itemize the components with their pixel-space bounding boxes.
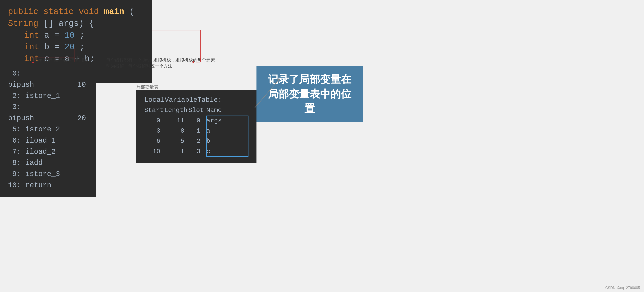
- keyword-void: void: [79, 7, 99, 17]
- red-box-text: 记录了局部变量在局部变量表中的位置: [264, 72, 355, 116]
- bytecode-line-0: 0: bipush 10: [8, 68, 88, 90]
- col-header-name: Name: [204, 107, 224, 114]
- lvt-row-0: 0 11 0 args: [144, 116, 248, 126]
- lvt-row-1: 3 8 1 a: [144, 126, 248, 136]
- lvt-title: LocalVariableTable:: [144, 96, 248, 104]
- col-header-slot: Slot: [188, 107, 204, 114]
- bytecode-line-2: 2: istore_1: [8, 90, 88, 102]
- bytecode-block: 0: bipush 10 2: istore_1 3: bipush 20 5:…: [0, 62, 96, 197]
- code-line-3: int b = 20 ;: [8, 41, 144, 53]
- keyword-int-1: int: [24, 31, 39, 40]
- red-box: 记录了局部变量在局部变量表中的位置: [256, 66, 363, 122]
- bytecode-annotation-label: Java 代码 编译成字节码指令: [33, 57, 89, 63]
- method-main: main: [104, 7, 124, 17]
- code-line-1: public static void main ( String [] args…: [8, 6, 144, 30]
- lvt-header: Start Length Slot Name: [144, 107, 248, 114]
- bytecode-line-10: 10: return: [8, 180, 88, 191]
- keyword-int-2: int: [24, 42, 39, 52]
- keyword-static: static: [43, 7, 74, 17]
- number-20: 20: [64, 42, 74, 52]
- bytecode-line-6: 6: iload_1: [8, 135, 88, 146]
- keyword-public: public: [8, 7, 38, 17]
- bytecode-line-8: 8: iadd: [8, 157, 88, 169]
- code-line-2: int a = 10 ;: [8, 30, 144, 41]
- bytecode-line-7: 7: iload_2: [8, 146, 88, 158]
- lvt-block: LocalVariableTable: Start Length Slot Na…: [136, 90, 256, 163]
- lvt-row-2: 6 5 2 b: [144, 136, 248, 146]
- keyword-string: String: [8, 19, 38, 28]
- number-10: 10: [64, 31, 74, 40]
- lvt-row-3: 10 1 3 c: [144, 146, 248, 157]
- col-header-start: Start: [144, 107, 164, 114]
- bytecode-line-5: 5: istore_2: [8, 124, 88, 135]
- bytecode-line-3: 3: bipush 20: [8, 102, 88, 124]
- jvm-stack-annotation-label: 每个线程都有一个 Java 虚拟机栈，虚拟机栈的每个元素称为栈帧，每个栈帧对应一…: [106, 57, 216, 69]
- bytecode-line-9: 9: istore_3: [8, 169, 88, 180]
- col-header-length: Length: [164, 107, 188, 114]
- lvt-label: 局部变量表: [136, 84, 158, 90]
- lvt-rows-container: 0 11 0 args 3 8 1 a 6 5 2 b 10 1 3 c: [144, 116, 248, 157]
- watermark: CSDN @cq_2798685: [605, 286, 640, 290]
